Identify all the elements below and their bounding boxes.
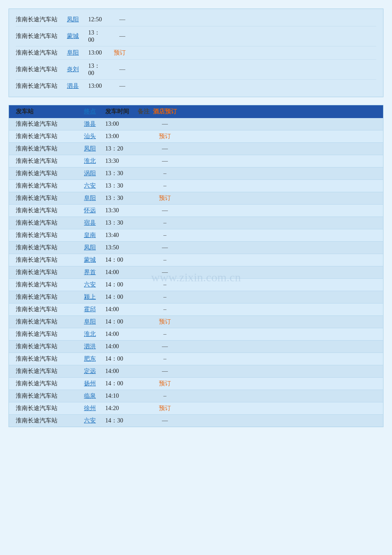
hotel: — (152, 368, 178, 375)
station-name: 淮南长途汽车站 (16, 16, 67, 23)
station: 淮南长途汽车站 (16, 269, 84, 276)
table-row: 淮南长途汽车站 临泉 14:10 – (9, 390, 383, 402)
table-row: 淮南长途汽车站 扬州 14：00 预订 (9, 378, 383, 390)
header-hotel: 酒店预订 (152, 108, 178, 116)
time: 14:00 (105, 269, 135, 276)
dest-link[interactable]: 涡阳 (84, 170, 105, 177)
table-row: 淮南长途汽车站 蒙城 14：00 – (9, 254, 383, 266)
hotel-link[interactable]: 预订 (152, 194, 178, 202)
time: 14：00 (105, 380, 135, 387)
hotel: – (152, 257, 178, 263)
table-row: 淮南长途汽车站 凤阳 12:50 — (16, 13, 376, 26)
table-row: 淮南长途汽车站 阜阳 13：30 预订 (9, 192, 383, 205)
station: 淮南长途汽车站 (16, 343, 84, 350)
dest-link[interactable]: 六安 (84, 417, 105, 425)
hotel-link[interactable]: 预订 (152, 318, 178, 326)
dest-link[interactable]: 阜阳 (67, 49, 88, 57)
station: 淮南长途汽车站 (16, 133, 84, 140)
time: 14：00 (105, 256, 135, 264)
header-note: 备注 (135, 108, 152, 116)
dest-link[interactable]: 泗洪 (84, 343, 105, 350)
dest-link[interactable]: 阜阳 (84, 318, 105, 326)
hotel-link[interactable]: 预订 (152, 405, 178, 412)
table-row: 淮南长途汽车站 霍邱 14:00 – (9, 304, 383, 316)
station-name: 淮南长途汽车站 (16, 49, 67, 57)
station: 淮南长途汽车站 (16, 145, 84, 153)
dest-link[interactable]: 凤阳 (84, 244, 105, 251)
station: 淮南长途汽车站 (16, 380, 84, 387)
time: 13：30 (105, 170, 135, 177)
dest-link[interactable]: 怀远 (84, 207, 105, 214)
time: 14:00 (105, 331, 135, 338)
dest-link[interactable]: 炎刘 (67, 66, 88, 73)
hotel: — (152, 158, 178, 165)
dest-link[interactable]: 肥东 (84, 355, 105, 363)
hotel-link[interactable]: 预订 (152, 133, 178, 140)
time: 14：30 (105, 417, 135, 425)
dest-link[interactable]: 宿县 (84, 219, 105, 227)
time: 13：20 (105, 145, 135, 153)
time: 13:50 (105, 244, 135, 251)
top-section: 淮南长途汽车站 凤阳 12:50 — 淮南长途汽车站 蒙城 13：00 — 淮南… (9, 9, 383, 97)
dest-link[interactable]: 泗县 (67, 82, 88, 90)
hotel: – (152, 294, 178, 301)
dest-link[interactable]: 皇南 (84, 231, 105, 239)
table-row: 淮南长途汽车站 界首 14:00 — (9, 266, 383, 279)
dest-link[interactable]: 蒙城 (67, 32, 88, 40)
dest-link[interactable]: 颍上 (84, 293, 105, 301)
time-cell: 13:00 (88, 49, 114, 56)
station: 淮南长途汽车站 (16, 256, 84, 264)
station: 淮南长途汽车站 (16, 231, 84, 239)
table-row: 淮南长途汽车站 阜阳 14：00 预订 (9, 316, 383, 328)
time: 13:40 (105, 232, 135, 239)
header-station: 发车站 (16, 108, 84, 116)
time: 13:00 (105, 121, 135, 127)
table-row: 淮南长途汽车站 怀远 13:30 — (9, 205, 383, 217)
dest-link[interactable]: 淮北 (84, 157, 105, 165)
dest-link[interactable]: 凤阳 (67, 16, 88, 23)
note-cell: — (114, 16, 131, 23)
time-cell: 13：00 (88, 62, 114, 77)
dest-link[interactable]: 蒙城 (84, 256, 105, 264)
dest-link[interactable]: 临泉 (84, 392, 105, 400)
station: 淮南长途汽车站 (16, 219, 84, 227)
time: 13：30 (105, 219, 135, 227)
dest-link[interactable]: 定远 (84, 367, 105, 375)
time-cell: 12:50 (88, 16, 114, 23)
station: 淮南长途汽车站 (16, 170, 84, 177)
note-cell: — (114, 33, 131, 40)
header-time: 发车时间 (105, 108, 135, 116)
station: 淮南长途汽车站 (16, 244, 84, 251)
hotel: — (152, 269, 178, 276)
station: 淮南长途汽车站 (16, 367, 84, 375)
dest-link[interactable]: 淮北 (84, 330, 105, 338)
dest-link[interactable]: 扬州 (84, 380, 105, 387)
table-row: 淮南长途汽车站 淮北 14:00 – (9, 328, 383, 341)
dest-link[interactable]: 滁县 (84, 120, 105, 128)
hotel: – (152, 220, 178, 226)
station: 淮南长途汽车站 (16, 207, 84, 214)
table-row: 淮南长途汽车站 徐州 14:20 预订 (9, 402, 383, 415)
table-row: 淮南长途汽车站 炎刘 13：00 — (16, 60, 376, 80)
dest-link[interactable]: 六安 (84, 182, 105, 190)
dest-link[interactable]: 霍邱 (84, 306, 105, 313)
table-row: 淮南长途汽车站 滁县 13:00 — (9, 118, 383, 130)
dest-link[interactable]: 汕头 (84, 133, 105, 140)
dest-link[interactable]: 凤阳 (84, 145, 105, 153)
note-cell: — (114, 83, 131, 90)
dest-link[interactable]: 界首 (84, 269, 105, 276)
hotel: — (152, 121, 178, 127)
station: 淮南长途汽车站 (16, 318, 84, 326)
time: 13:30 (105, 207, 135, 214)
hotel-link[interactable]: 预订 (114, 49, 139, 57)
table-row: 淮南长途汽车站 涡阳 13：30 – (9, 168, 383, 180)
station: 淮南长途汽车站 (16, 293, 84, 301)
station: 淮南长途汽车站 (16, 392, 84, 400)
dest-link[interactable]: 徐州 (84, 405, 105, 412)
dest-link[interactable]: 阜阳 (84, 194, 105, 202)
dest-link[interactable]: 六安 (84, 281, 105, 289)
station-name: 淮南长途汽车站 (16, 66, 67, 73)
table-row: 淮南长途汽车站 六安 14：00 – (9, 279, 383, 291)
hotel-link[interactable]: 预订 (152, 380, 178, 387)
time: 14:00 (105, 368, 135, 375)
